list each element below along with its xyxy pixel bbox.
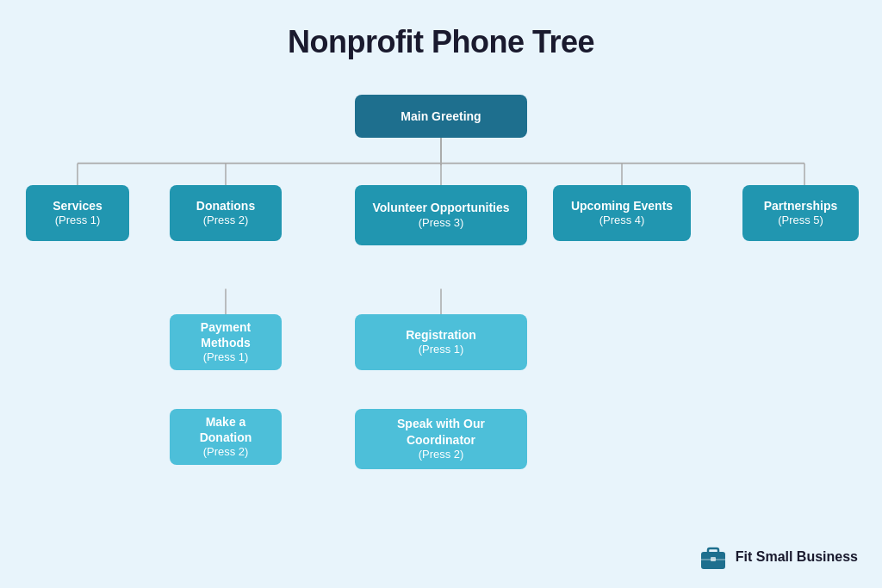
registration-label: Registration bbox=[406, 327, 476, 343]
branding: Fit Small Business bbox=[698, 542, 858, 573]
partnerships-label: Partnerships bbox=[764, 198, 838, 214]
services-label: Services bbox=[53, 198, 102, 214]
payment-methods-label: Payment Methods bbox=[182, 319, 270, 350]
payment-methods-sub: (Press 1) bbox=[203, 350, 249, 365]
volunteer-box: Volunteer Opportunities (Press 3) bbox=[355, 185, 527, 245]
registration-sub: (Press 1) bbox=[419, 343, 464, 357]
svg-rect-22 bbox=[708, 548, 718, 554]
tree-wrapper: Main Greeting Services (Press 1) Donatio… bbox=[19, 86, 863, 588]
registration-box: Registration (Press 1) bbox=[355, 314, 527, 370]
brand-name: Fit Small Business bbox=[736, 549, 858, 565]
partnerships-box: Partnerships (Press 5) bbox=[742, 185, 859, 241]
make-donation-sub: (Press 2) bbox=[203, 445, 249, 460]
main-greeting-label: Main Greeting bbox=[401, 108, 481, 124]
page-container: Nonprofit Phone Tree bbox=[0, 0, 882, 588]
volunteer-sub: (Press 3) bbox=[419, 216, 464, 231]
upcoming-events-label: Upcoming Events bbox=[571, 198, 673, 214]
volunteer-label: Volunteer Opportunities bbox=[372, 200, 509, 215]
partnerships-sub: (Press 5) bbox=[778, 214, 823, 228]
coordinator-sub: (Press 2) bbox=[419, 448, 464, 462]
payment-methods-box: Payment Methods (Press 1) bbox=[170, 314, 282, 370]
services-sub: (Press 1) bbox=[55, 214, 101, 228]
coordinator-box: Speak with Our Coordinator (Press 2) bbox=[355, 409, 527, 469]
donations-box: Donations (Press 2) bbox=[170, 185, 282, 241]
brand-icon bbox=[698, 542, 729, 573]
upcoming-events-box: Upcoming Events (Press 4) bbox=[553, 185, 691, 241]
make-donation-box: Make a Donation (Press 2) bbox=[170, 409, 282, 465]
coordinator-label: Speak with Our Coordinator bbox=[367, 416, 515, 447]
donations-sub: (Press 2) bbox=[203, 214, 249, 228]
svg-rect-24 bbox=[711, 557, 716, 561]
page-title: Nonprofit Phone Tree bbox=[288, 24, 594, 60]
main-greeting-box: Main Greeting bbox=[355, 95, 527, 138]
services-box: Services (Press 1) bbox=[26, 185, 129, 241]
make-donation-label: Make a Donation bbox=[182, 414, 270, 445]
donations-label: Donations bbox=[196, 198, 255, 214]
upcoming-events-sub: (Press 4) bbox=[599, 214, 645, 228]
